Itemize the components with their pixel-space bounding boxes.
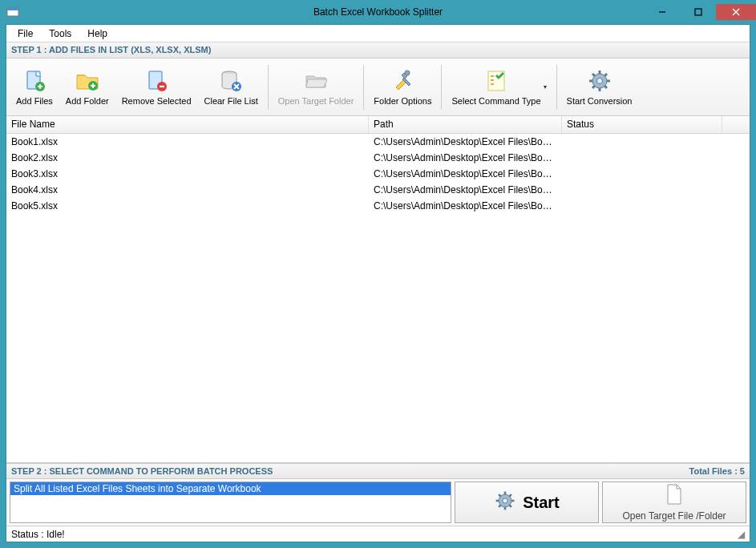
svg-line-31 [499,494,501,497]
svg-point-26 [503,498,507,502]
svg-line-32 [509,505,511,507]
open-target-file-folder-button[interactable]: Open Target File /Folder [602,482,746,523]
grid-body[interactable]: Book1.xlsxC:\Users\Admin\Desktop\Excel F… [6,134,750,462]
cell-path: C:\Users\Admin\Desktop\Excel Files\Book.… [369,167,562,180]
toolbar-separator [441,65,442,110]
svg-point-13 [405,71,410,75]
cell-status [562,141,722,143]
step1-header: STEP 1 : ADD FILES IN LIST (XLS, XLSX, X… [6,42,750,58]
add-files-button[interactable]: Add Files [10,61,59,114]
select-command-type-button[interactable]: Select Command Type ▾ [445,61,552,114]
svg-point-16 [596,79,602,84]
remove-selected-button[interactable]: Remove Selected [115,61,198,114]
svg-line-21 [592,74,595,76]
add-folder-button[interactable]: Add Folder [59,61,115,114]
step2-label: STEP 2 : SELECT COMMAND TO PERFORM BATCH… [11,466,273,476]
cell-filename: Book3.xlsx [6,167,369,180]
toolbar-separator [556,65,557,110]
total-files-label: Total Files : 5 [689,466,745,476]
menu-help[interactable]: Help [79,26,115,41]
menu-tools[interactable]: Tools [41,26,79,41]
cell-filename: Book1.xlsx [6,135,369,148]
start-button[interactable]: Start [455,482,599,523]
window-title: Batch Excel Workbook Splitter [0,6,756,18]
step2-header: STEP 2 : SELECT COMMAND TO PERFORM BATCH… [6,463,750,479]
cell-path: C:\Users\Admin\Desktop\Excel Files\Book.… [369,135,562,148]
grid-header: File Name Path Status [6,116,750,134]
start-conversion-button[interactable]: Start Conversion [560,61,639,114]
toolbar-separator [268,65,269,110]
maximize-button[interactable] [680,4,716,20]
table-row[interactable]: Book2.xlsxC:\Users\Admin\Desktop\Excel F… [6,150,750,166]
checklist-icon [483,68,509,94]
chevron-down-icon: ▾ [541,83,547,91]
column-header-name[interactable]: File Name [6,116,369,133]
folder-add-icon [75,68,100,94]
folder-open-icon [303,68,329,94]
gear-icon [494,490,516,516]
cell-filename: Book5.xlsx [6,199,369,212]
toolbar: Add Files Add Folder Remove Selected Cle… [6,58,750,116]
cell-path: C:\Users\Admin\Desktop\Excel Files\Book.… [369,183,562,196]
bottom-panel: Split All Listed Excel Files Sheets into… [6,479,750,526]
svg-line-33 [509,494,511,497]
table-row[interactable]: Book3.xlsxC:\Users\Admin\Desktop\Excel F… [6,166,750,182]
menu-file[interactable]: File [10,26,41,41]
close-button[interactable] [716,4,756,20]
start-button-label: Start [523,494,560,512]
cell-status [562,189,722,191]
toolbar-separator [363,65,364,110]
open-target-label: Open Target File /Folder [622,510,726,522]
cell-status [562,173,722,175]
svg-rect-3 [695,9,701,15]
file-icon [665,483,684,508]
table-row[interactable]: Book4.xlsxC:\Users\Admin\Desktop\Excel F… [6,182,750,198]
command-item-selected[interactable]: Split All Listed Excel Files Sheets into… [10,482,451,495]
cell-path: C:\Users\Admin\Desktop\Excel Files\Book.… [369,151,562,164]
client-area: File Tools Help STEP 1 : ADD FILES IN LI… [6,24,750,542]
clear-list-icon [218,68,244,94]
column-header-path[interactable]: Path [369,116,562,133]
cell-status [562,157,722,159]
svg-line-24 [592,86,595,88]
svg-rect-1 [7,8,18,10]
gear-icon [587,68,612,94]
cell-filename: Book2.xlsx [6,151,369,164]
clear-file-list-button[interactable]: Clear File List [198,61,265,114]
resize-grip-icon[interactable]: ◢ [738,529,745,540]
tools-icon [390,68,415,94]
cell-status [562,205,722,207]
cell-path: C:\Users\Admin\Desktop\Excel Files\Book.… [369,199,562,212]
window-controls [644,4,756,20]
svg-line-22 [604,86,607,88]
svg-line-34 [499,505,501,507]
open-target-folder-button[interactable]: Open Target Folder [272,61,361,114]
column-header-status[interactable]: Status [562,116,722,133]
svg-line-23 [604,74,607,76]
file-remove-icon [144,68,169,94]
file-grid: File Name Path Status Book1.xlsxC:\Users… [6,116,750,463]
file-add-icon [22,68,47,94]
app-window: Batch Excel Workbook Splitter File Tools… [0,0,756,548]
folder-options-button[interactable]: Folder Options [367,61,438,114]
statusbar: Status : Idle! ◢ [6,526,750,542]
table-row[interactable]: Book5.xlsxC:\Users\Admin\Desktop\Excel F… [6,198,750,214]
table-row[interactable]: Book1.xlsxC:\Users\Admin\Desktop\Excel F… [6,134,750,150]
command-listbox[interactable]: Split All Listed Excel Files Sheets into… [10,482,451,523]
minimize-button[interactable] [644,4,680,20]
cell-filename: Book4.xlsx [6,183,369,196]
menubar: File Tools Help [6,25,750,42]
app-icon [6,6,19,18]
status-text: Status : Idle! [11,529,65,540]
titlebar[interactable]: Batch Excel Workbook Splitter [0,0,756,24]
